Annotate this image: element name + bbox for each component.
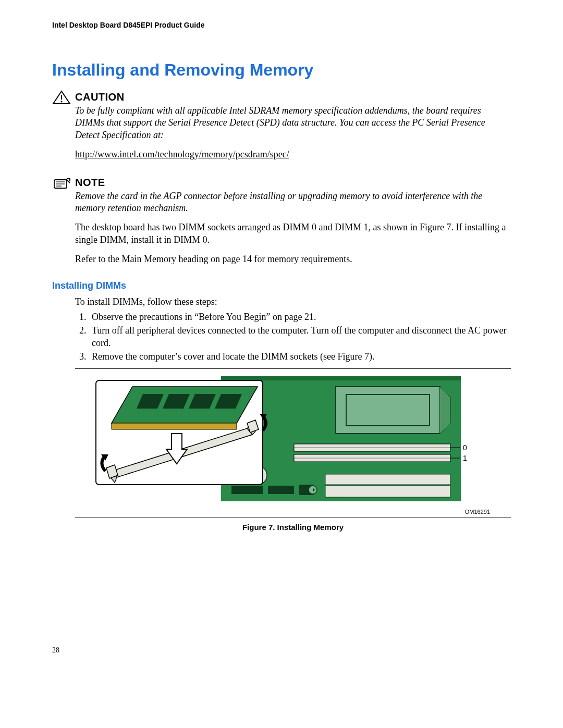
step-item: Remove the computer’s cover and locate t… <box>89 350 511 363</box>
note-header: NOTE <box>52 176 511 190</box>
running-header: Intel Desktop Board D845EPI Product Guid… <box>52 21 511 29</box>
paragraph-1: The desktop board has two DIMM sockets a… <box>75 221 511 246</box>
caution-icon <box>52 90 71 105</box>
figure-caption: Figure 7. Installing Memory <box>75 523 511 532</box>
figure-rule-top <box>75 368 511 369</box>
figure-illustration: 0 1 <box>75 371 471 507</box>
steps-intro: To install DIMMs, follow these steps: <box>75 297 511 307</box>
svg-rect-8 <box>221 376 461 380</box>
note-icon <box>52 176 71 190</box>
figure-rule-bottom <box>75 517 511 517</box>
step-item: Observe the precautions in “Before You B… <box>89 311 511 323</box>
figure-7: 0 1 <box>75 371 511 507</box>
svg-rect-18 <box>231 486 263 494</box>
svg-rect-19 <box>268 486 294 494</box>
svg-rect-9 <box>336 387 440 434</box>
dimm0-label: 0 <box>463 443 467 452</box>
svg-marker-32 <box>112 423 237 429</box>
steps-list: Observe the precautions in “Before You B… <box>75 311 511 363</box>
note-text: Remove the card in the AGP connector bef… <box>75 190 511 215</box>
note-label: NOTE <box>75 176 105 189</box>
paragraph-2: Refer to the Main Memory heading on page… <box>75 253 511 265</box>
page-title: Installing and Removing Memory <box>52 60 511 80</box>
caution-label: CAUTION <box>75 90 125 103</box>
caution-link[interactable]: http://www.intel.com/technology/memory/p… <box>75 149 289 159</box>
svg-rect-24 <box>325 474 450 485</box>
page-number: 28 <box>52 646 511 655</box>
caution-header: CAUTION <box>52 90 511 105</box>
step-item: Turn off all peripheral devices connecte… <box>89 324 511 350</box>
subheading-installing-dimms: Installing DIMMs <box>52 280 511 291</box>
svg-rect-23 <box>325 486 450 497</box>
svg-point-2 <box>60 101 62 102</box>
dimm1-label: 1 <box>463 454 467 462</box>
figure-id: OM16291 <box>52 509 490 515</box>
caution-text: To be fully compliant with all applicabl… <box>75 105 511 141</box>
